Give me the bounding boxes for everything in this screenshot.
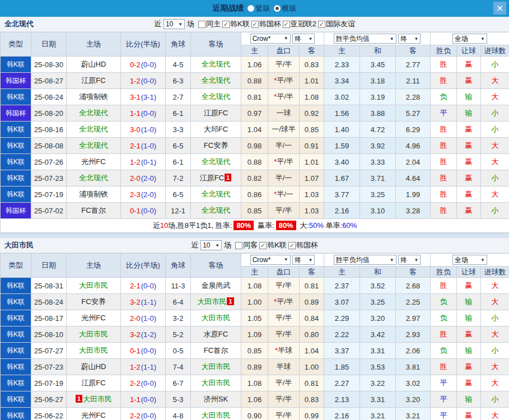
checkbox-icon[interactable]: ✓ [318,21,325,28]
home-team: 浦项制铁 [67,89,121,105]
checkbox-icon[interactable] [198,21,206,28]
odds-company-select[interactable]: Crow* ▼ [250,255,291,265]
filter-checkbox[interactable]: 同主 [198,19,221,29]
fulltime-score: 2-2 [130,379,141,388]
match-count-select[interactable]: 10 ▼ [200,240,222,250]
avg-home: 2.27 [324,375,360,391]
away-team: 大田市民1 [191,294,241,310]
checkbox-icon[interactable] [235,242,242,249]
red-number-badge: 1 [76,395,82,403]
avg-draw: 3.10 [360,203,396,219]
corner-score: 6-4 [166,294,191,310]
radio-icon[interactable] [248,5,254,12]
handicap-text: 一/球半 [272,125,296,133]
result-handicap: 赢 [457,154,481,170]
scope-select[interactable]: 全场 ▼ [452,255,487,265]
avg-home: 3.40 [324,154,360,170]
filter-checkbox[interactable]: ✓国际友谊 [318,19,355,29]
corner-score: 4-8 [166,408,191,420]
away-team: 全北现代 [191,57,241,73]
team-name: 光州FC [81,157,105,166]
away-team: 大邱FC [191,122,241,138]
result-wdl: 胜 [431,359,457,375]
result-wdl: 负 [431,343,457,359]
col-header-type: 类型 [1,32,31,57]
team-name: 全北现代 [79,141,108,150]
avg-type-select[interactable]: 胜平负均值 ▼ [334,34,396,44]
filter-checkbox[interactable]: 同客 [235,240,258,250]
odds-home: 1.05 [241,310,268,326]
odds-home: 1.08 [241,375,268,391]
scope-select[interactable]: 全场 ▼ [452,34,487,44]
result-wdl: 胜 [431,203,457,219]
checkbox-icon[interactable]: ✓ [222,21,230,28]
close-button[interactable]: ✕ [493,2,506,15]
avg-away: 6.29 [396,122,431,138]
odds-stage-select[interactable]: 终 ▼ [292,255,315,265]
filter-checkbox[interactable]: ✓韩K联 [222,19,250,29]
match-count-select[interactable]: 10 ▼ [164,19,185,29]
filter-checkbox[interactable]: ✓韩国杯 [251,19,281,29]
avg-away: 2.68 [396,278,431,294]
table-row: 韩K联25-07-23蔚山HD1-2(1-1)7-4大田市民0.89半球1.00… [1,359,509,375]
home-team: 全北现代 [67,138,121,154]
league-badge: 韩K联 [1,57,31,73]
odds-stage-select[interactable]: 终 ▼ [292,34,315,44]
avg-stage-select[interactable]: 终 ▼ [398,34,421,44]
avg-home: 3.77 [324,186,360,203]
odds-home: 1.06 [241,57,268,73]
home-team: 浦项制铁 [67,186,121,203]
odds-away: 1.00 [300,359,324,375]
odds-away: 0.83 [300,391,324,408]
checkbox-icon[interactable]: ✓ [288,242,296,249]
scope-group-header: 全场 ▼ [431,32,509,45]
result-goals: 小 [481,122,509,138]
result-handicap: 赢 [457,203,481,219]
avg-stage-select[interactable]: 终 ▼ [398,255,421,265]
filter-checkbox[interactable]: ✓韩国杯 [288,240,318,250]
layout-radio-vertical[interactable]: 竖版 [248,3,270,13]
avg-draw: 3.21 [360,408,396,420]
checkbox-icon[interactable]: ✓ [251,21,259,28]
result-wdl: 胜 [431,278,457,294]
result-handicap: 输 [457,294,481,310]
avg-draw: 4.72 [360,122,396,138]
league-badge: 韩K联 [1,310,31,326]
avg-type-select[interactable]: 胜平负均值 ▼ [334,255,396,265]
result-goals: 大 [481,326,509,343]
handicap: 平/半 [268,408,300,420]
checkbox-icon[interactable]: ✓ [259,242,267,249]
home-team: 大田市民 [67,326,121,343]
handicap-text: 平/半 [275,206,292,214]
avg-home: 1.85 [324,359,360,375]
avg-home: 3.37 [324,343,360,359]
filter-checkbox[interactable]: ✓亚冠联2 [283,19,316,29]
match-score: 1-2(0-0) [121,73,166,89]
home-team: 蔚山HD [67,57,121,73]
result-wdl: 平 [431,391,457,408]
chevron-down-icon: ▼ [308,258,312,263]
odds-company-select[interactable]: Crow* ▼ [250,34,291,44]
result-goals: 小 [481,391,509,408]
result-wdl: 胜 [431,138,457,154]
result-goals: 小 [481,310,509,326]
avg-draw: 3.92 [360,138,396,154]
handicap-text: 半/一 [275,141,292,150]
corner-score: 11-3 [166,278,191,294]
col-header-score: 比分(半场) [121,254,166,278]
filter-checkbox[interactable]: ✓韩K联 [259,240,287,250]
fulltime-score: 0-1 [130,347,141,355]
avg-away: 2.77 [396,57,431,73]
league-badge: 韩K联 [1,359,31,375]
avg-away: 3.28 [396,203,431,219]
avg-home: 2.33 [324,57,360,73]
radio-icon[interactable] [274,5,281,12]
match-date: 25-08-17 [31,310,67,326]
radio-label: 竖版 [256,3,270,13]
halftime-score: (2-0) [141,174,156,183]
checkbox-icon[interactable]: ✓ [283,21,290,28]
checkbox-label: 国际友谊 [326,19,355,29]
layout-radio-horizontal[interactable]: 横版 [274,3,297,13]
match-score: 1-1(0-0) [121,391,166,408]
match-score: 3-1(3-1) [121,89,166,105]
